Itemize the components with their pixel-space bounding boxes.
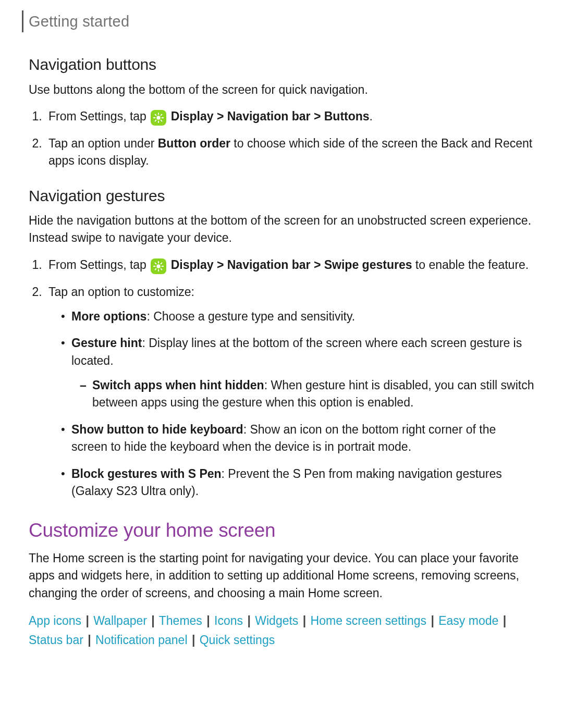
display-icon xyxy=(151,258,166,274)
link-app-icons[interactable]: App icons xyxy=(29,614,81,627)
link-sep: | xyxy=(205,614,211,627)
topic-links-row: App icons | Wallpaper | Themes | Icons |… xyxy=(29,611,534,650)
heading-nav-buttons: Navigation buttons xyxy=(29,53,534,76)
svg-line-16 xyxy=(155,268,156,269)
nav-gestures-step-1: From Settings, tap Display > Navigation … xyxy=(45,256,534,274)
svg-line-17 xyxy=(161,263,162,264)
link-icons[interactable]: Icons xyxy=(214,614,243,627)
link-sep: | xyxy=(150,614,155,627)
heading-nav-gestures: Navigation gestures xyxy=(29,184,534,207)
svg-line-6 xyxy=(161,120,162,121)
section-header: Getting started xyxy=(22,10,534,32)
link-sep: | xyxy=(246,614,251,627)
svg-line-15 xyxy=(161,268,162,269)
path-navbar: Navigation bar xyxy=(227,109,311,123)
nav-buttons-intro: Use buttons along the bottom of the scre… xyxy=(29,81,534,98)
link-sep: | xyxy=(87,633,92,647)
path-buttons: Buttons xyxy=(324,109,370,123)
nav-gestures-step-2: Tap an option to customize: More options… xyxy=(45,283,534,500)
link-sep: | xyxy=(191,633,196,647)
svg-line-5 xyxy=(155,114,156,115)
option-switch-apps: Switch apps when hint hidden: When gestu… xyxy=(92,377,534,412)
step-lead: From Settings, tap xyxy=(48,109,150,123)
option-hide-keyboard: Show button to hide keyboard: Show an ic… xyxy=(71,421,534,456)
customize-options: More options: Choose a gesture type and … xyxy=(48,308,534,500)
link-widgets[interactable]: Widgets xyxy=(255,614,298,627)
nav-buttons-step-2: Tap an option under Button order to choo… xyxy=(45,135,534,170)
nav-gestures-steps: From Settings, tap Display > Navigation … xyxy=(29,256,534,500)
link-easy-mode[interactable]: Easy mode xyxy=(438,614,498,627)
step-lead: From Settings, tap xyxy=(48,258,150,272)
svg-line-14 xyxy=(155,263,156,264)
link-notif-panel[interactable]: Notification panel xyxy=(95,633,187,647)
svg-point-0 xyxy=(157,116,161,119)
svg-point-9 xyxy=(157,264,161,268)
link-home-settings[interactable]: Home screen settings xyxy=(311,614,426,627)
option-gesture-hint: Gesture hint: Display lines at the botto… xyxy=(71,335,534,411)
gesture-hint-sub: Switch apps when hint hidden: When gestu… xyxy=(71,377,534,412)
link-sep: | xyxy=(302,614,307,627)
svg-line-7 xyxy=(155,120,156,121)
link-status-bar[interactable]: Status bar xyxy=(29,633,83,647)
heading-customize-home: Customize your home screen xyxy=(29,516,534,545)
path-display: Display xyxy=(171,258,214,272)
link-quick-settings[interactable]: Quick settings xyxy=(200,633,275,647)
customize-intro: The Home screen is the starting point fo… xyxy=(29,550,534,602)
nav-gestures-intro: Hide the navigation buttons at the botto… xyxy=(29,212,534,247)
option-more-options: More options: Choose a gesture type and … xyxy=(71,308,534,325)
nav-buttons-steps: From Settings, tap Display > Navigation … xyxy=(29,108,534,170)
link-sep: | xyxy=(430,614,435,627)
link-themes[interactable]: Themes xyxy=(159,614,202,627)
path-navbar: Navigation bar xyxy=(227,258,311,272)
svg-line-8 xyxy=(161,114,162,115)
option-block-spen: Block gestures with S Pen: Prevent the S… xyxy=(71,465,534,500)
link-sep: | xyxy=(502,614,507,627)
path-display: Display xyxy=(171,109,214,123)
nav-buttons-step-1: From Settings, tap Display > Navigation … xyxy=(45,108,534,126)
link-sep: | xyxy=(84,614,90,627)
display-icon xyxy=(151,110,166,126)
path-swipe: Swipe gestures xyxy=(324,258,412,272)
link-wallpaper[interactable]: Wallpaper xyxy=(93,614,147,627)
